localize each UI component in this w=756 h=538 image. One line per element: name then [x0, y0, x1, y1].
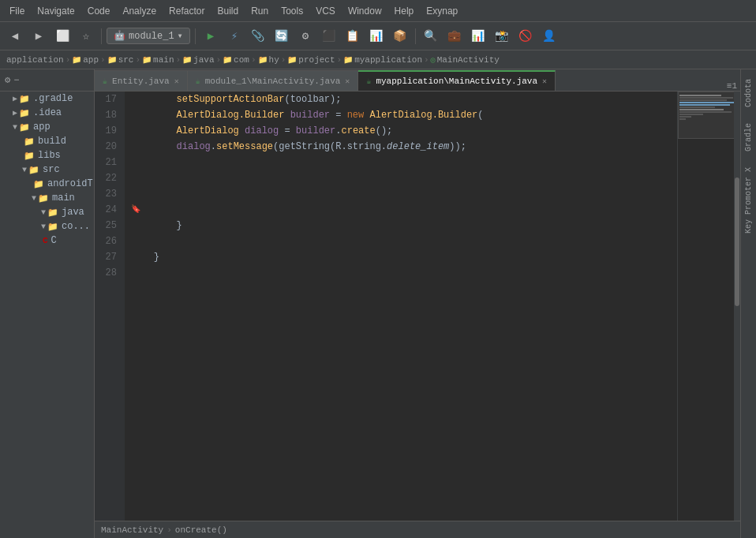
mini-map-text: [679, 95, 739, 123]
sidebar-tab-gradle[interactable]: Gradle: [743, 117, 754, 158]
menu-vcs[interactable]: VCS: [309, 2, 342, 20]
breadcrumb-item-application[interactable]: application: [6, 55, 64, 65]
code-editor[interactable]: 17 18 19 20 21 22 23 24 25 26 27 28 setS…: [95, 92, 740, 521]
java-icon-3: ☕: [366, 77, 371, 86]
toolbar-extra4[interactable]: 🚫: [515, 26, 536, 47]
breadcrumb-item-myapplication[interactable]: 📁 myapplication: [343, 55, 422, 65]
gradle-sync-button[interactable]: 🔄: [271, 26, 292, 47]
menu-refactor[interactable]: Refactor: [163, 2, 211, 20]
menu-analyze[interactable]: Analyze: [116, 2, 163, 20]
structure-class[interactable]: MainActivity: [101, 525, 163, 535]
code-line-25: }: [131, 218, 671, 234]
code-line-19: AlertDialog dialog = builder.create();: [131, 123, 671, 139]
gradle-execute-button[interactable]: ⚙: [295, 26, 316, 47]
tool2-button[interactable]: 📊: [366, 26, 387, 47]
code-line-21: [131, 155, 671, 170]
attach-button[interactable]: 📎: [248, 26, 268, 47]
code-line-27: }: [131, 249, 671, 265]
breadcrumb-item-project[interactable]: 📁 project: [287, 55, 335, 65]
panel-gear-icon[interactable]: ⚙: [5, 74, 10, 86]
breadcrumb-item-java[interactable]: 📁 java: [182, 55, 214, 65]
menu-bar: File Navigate Code Analyze Refactor Buil…: [0, 0, 756, 22]
toolbar-extra1[interactable]: 💼: [444, 26, 465, 47]
menu-navigate[interactable]: Navigate: [31, 2, 80, 20]
menu-help[interactable]: Help: [388, 2, 421, 20]
bookmark-button[interactable]: ☆: [76, 26, 96, 47]
tool1-button[interactable]: 📋: [342, 26, 363, 47]
mini-map: [677, 92, 740, 521]
tree-item-libs[interactable]: 📁 libs: [0, 148, 94, 163]
code-content[interactable]: setSupportActionBar(toolbar); AlertDialo…: [125, 92, 677, 521]
tool3-button[interactable]: 📦: [390, 26, 410, 47]
tab-myapp-mainactivity[interactable]: ☕ myapplication\MainActivity.java ✕: [358, 70, 556, 91]
editor-area: ☕ Entity.java ✕ ☕ module_1\MainActivity.…: [95, 69, 740, 538]
module-selector[interactable]: 🤖 module_1 ▾: [107, 28, 190, 44]
line-numbers: 17 18 19 20 21 22 23 24 25 26 27 28: [95, 92, 125, 521]
scrollbar-thumb[interactable]: [735, 177, 739, 306]
module-name: module_1: [129, 31, 174, 42]
module-dropdown-arrow: ▾: [178, 30, 183, 42]
code-line-26: [131, 234, 671, 249]
home-button[interactable]: ⬜: [52, 26, 73, 47]
line-20: 20: [95, 139, 120, 155]
tree-item-build[interactable]: 📁 build: [0, 134, 94, 148]
breadcrumb-item-hy[interactable]: 📁 hy: [258, 55, 279, 65]
menu-tools[interactable]: Tools: [275, 2, 309, 20]
debug-button[interactable]: ⚡: [224, 26, 245, 47]
right-sidebar: Codota Gradle Key Promoter X: [740, 69, 756, 538]
breadcrumb-item-src[interactable]: 📁 src: [107, 55, 134, 65]
stop-button[interactable]: ⬛: [319, 26, 339, 47]
tab-entity-close[interactable]: ✕: [174, 77, 179, 86]
toolbar-extra2[interactable]: 📊: [468, 26, 488, 47]
menu-code[interactable]: Code: [81, 2, 117, 20]
line-24: 24: [95, 202, 120, 218]
menu-run[interactable]: Run: [245, 2, 275, 20]
main-layout: ⚙ − ▶📁 .gradle ▶📁 .idea ▼📁 app 📁 build 📁…: [0, 69, 756, 538]
search-button[interactable]: 🔍: [421, 26, 441, 47]
tree-item-gradle[interactable]: ▶📁 .gradle: [0, 92, 94, 106]
menu-build[interactable]: Build: [211, 2, 245, 20]
tab-module-label: module_1\MainActivity.java: [205, 77, 341, 86]
line-27: 27: [95, 249, 120, 265]
tree-item-mainactivity-file[interactable]: C C: [0, 234, 94, 248]
breadcrumb-item-app[interactable]: 📁 app: [72, 55, 99, 65]
forward-button[interactable]: ▶: [28, 26, 49, 47]
menu-file[interactable]: File: [3, 2, 31, 20]
code-line-17: setSupportActionBar(toolbar);: [131, 92, 671, 107]
breadcrumb: application › 📁 app › 📁 src › 📁 main › 📁…: [0, 50, 756, 69]
project-panel-header: ⚙ −: [0, 69, 94, 92]
tab-entity-label: Entity.java: [112, 77, 170, 86]
tab-myapp-close[interactable]: ✕: [542, 77, 547, 86]
vertical-scrollbar[interactable]: [734, 92, 740, 521]
tab-module-mainactivity[interactable]: ☕ module_1\MainActivity.java ✕: [188, 70, 359, 91]
tree-item-idea[interactable]: ▶📁 .idea: [0, 106, 94, 120]
panel-minus-icon[interactable]: −: [13, 75, 19, 86]
breadcrumb-item-main[interactable]: 📁 main: [142, 55, 174, 65]
tree-item-src[interactable]: ▼📁 src: [0, 163, 94, 177]
run-button[interactable]: ▶: [200, 26, 221, 47]
toolbar-extra3[interactable]: 📸: [492, 26, 512, 47]
back-button[interactable]: ◀: [5, 26, 25, 47]
sidebar-tab-keypromoter[interactable]: Key Promoter X: [743, 161, 754, 240]
structure-method[interactable]: onCreate(): [175, 525, 227, 535]
structure-bar: MainActivity › onCreate(): [95, 521, 740, 538]
tree-item-java[interactable]: ▼📁 java: [0, 205, 94, 219]
breadcrumb-item-mainactivity[interactable]: ◎ MainActivity: [431, 55, 500, 65]
toolbar-separator-1: [101, 28, 102, 44]
tree-item-main[interactable]: ▼📁 main: [0, 191, 94, 205]
tab-line-indicator: ≡1: [727, 81, 740, 91]
menu-exynap[interactable]: Exynap: [420, 2, 464, 20]
line-21: 21: [95, 155, 120, 170]
structure-arrow: ›: [167, 525, 172, 535]
breadcrumb-item-com[interactable]: 📁 com: [223, 55, 249, 65]
menu-window[interactable]: Window: [342, 2, 388, 20]
tree-item-co[interactable]: ▼📁 co...: [0, 219, 94, 234]
code-line-22: [131, 170, 671, 186]
sidebar-tab-codota[interactable]: Codota: [743, 73, 754, 114]
account-button[interactable]: 👤: [539, 26, 560, 47]
toolbar-separator-3: [415, 28, 416, 44]
tab-module-close[interactable]: ✕: [345, 77, 350, 86]
tab-entity-java[interactable]: ☕ Entity.java ✕: [95, 70, 188, 91]
tree-item-app[interactable]: ▼📁 app: [0, 120, 94, 134]
tree-item-android[interactable]: 📁 androidT...: [0, 177, 94, 191]
